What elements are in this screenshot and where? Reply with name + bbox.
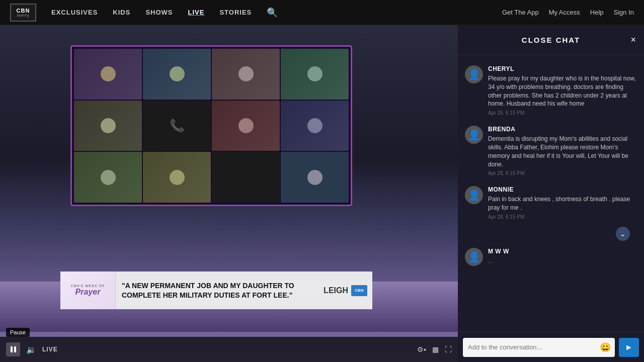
nav-live[interactable]: LIVE: [188, 9, 205, 16]
grid-cell: [212, 101, 280, 151]
header-right: Get The App My Access Help Sign In: [502, 9, 634, 16]
grid-cell: [281, 101, 349, 151]
send-icon: ►: [625, 343, 633, 352]
prayer-logo-top: CBN'S WEEK of: [70, 284, 105, 288]
chat-message: 👤 BRENDA Dementia is disrupting my Mom's…: [458, 121, 644, 181]
avatar: 👤: [465, 126, 483, 144]
lower-name: LEIGH: [324, 286, 348, 295]
grid-cell: [212, 49, 280, 100]
emoji-icon[interactable]: 😀: [600, 342, 611, 353]
chat-username: Monnie: [488, 186, 637, 193]
prayer-logo-main: Prayer: [75, 288, 101, 297]
user-icon: 👤: [468, 68, 480, 80]
chat-time: Apr 28, 6:15 PM: [488, 170, 637, 176]
help-link[interactable]: Help: [590, 9, 604, 16]
chat-message: 👤 m w w ...: [458, 243, 644, 271]
prayer-logo: CBN'S WEEK of Prayer: [60, 272, 116, 309]
chat-time: Apr 28, 6:15 PM: [488, 110, 637, 116]
chat-title: CLOSE CHAT: [522, 36, 580, 44]
chat-username: m w w: [488, 248, 637, 255]
chat-message: 👤 Monnie Pain in back and knees , shortn…: [458, 181, 644, 225]
header: CBN family EXCLUSIVES KIDS SHOWS LIVE ST…: [0, 0, 644, 25]
nav-shows[interactable]: SHOWS: [145, 9, 173, 16]
chat-content: Cheryl Please pray for my daughter who i…: [488, 65, 637, 116]
get-app-link[interactable]: Get The App: [502, 9, 539, 16]
avatar: 👤: [465, 186, 483, 204]
logo-box: CBN family: [10, 4, 36, 22]
video-panel: 📞 CBN'S WEEK of Prayer "A NEW PERMANENT …: [0, 25, 458, 362]
close-chat-button[interactable]: ×: [630, 35, 636, 45]
chat-panel: CLOSE CHAT × 👤 Cheryl Please pray for my…: [458, 25, 644, 362]
lower-name-area: LEIGH CBN: [324, 285, 372, 296]
grid-cell: [143, 152, 211, 203]
grid-cell-call: [212, 152, 280, 203]
chat-text: ...: [488, 257, 637, 265]
pip-button[interactable]: ▩: [432, 345, 439, 353]
volume-button[interactable]: 🔉: [26, 345, 36, 354]
nav-stories[interactable]: STORIES: [219, 9, 252, 16]
send-button[interactable]: ►: [619, 338, 639, 357]
nav-exclusives[interactable]: EXCLUSIVES: [51, 9, 98, 16]
live-badge: LIVE: [42, 346, 58, 353]
grid-cell: [143, 49, 211, 100]
grid-cell-call: 📞: [143, 101, 211, 151]
chat-message: 👤 Cheryl Please pray for my daughter who…: [458, 60, 644, 121]
main-content: 📞 CBN'S WEEK of Prayer "A NEW PERMANENT …: [0, 25, 644, 362]
chat-messages: 👤 Cheryl Please pray for my daughter who…: [458, 55, 644, 332]
pause-button[interactable]: [6, 342, 20, 356]
grid-cell: [74, 101, 142, 151]
sign-in-link[interactable]: Sign In: [614, 9, 634, 16]
my-access-link[interactable]: My Access: [549, 9, 580, 16]
chat-content: Monnie Pain in back and knees , shortnes…: [488, 186, 637, 220]
chat-username: Cheryl: [488, 65, 637, 72]
chat-username: BRENDA: [488, 126, 637, 133]
grid-cell: [281, 152, 349, 203]
video-call-screen: 📞: [70, 45, 352, 206]
pause-tooltip: Pause: [6, 328, 30, 337]
grid-cell: [74, 49, 142, 100]
lower-third: CBN'S WEEK of Prayer "A NEW PERMANENT JO…: [60, 272, 372, 309]
logo-cbn: CBN: [17, 8, 30, 14]
avatar: 👤: [465, 248, 483, 266]
chat-text: Please pray for my daughter who is in th…: [488, 74, 637, 108]
lower-third-text: "A NEW PERMANENT JOB AND MY DAUGHTER TO …: [116, 277, 324, 303]
cbn-badge: CBN: [351, 285, 367, 296]
chat-input-wrapper: 😀: [463, 338, 615, 357]
cbn-badge-text: CBN: [355, 288, 363, 293]
chat-text: Dementia is disrupting my Mom's abilitie…: [488, 135, 637, 168]
logo-family: family: [17, 14, 29, 17]
video-placeholder: 📞 CBN'S WEEK of Prayer "A NEW PERMANENT …: [0, 25, 458, 362]
user-icon: 👤: [468, 129, 480, 141]
chat-text: Pain in back and knees , shortness of br…: [488, 195, 637, 212]
chat-input-area: 😀 ►: [458, 332, 644, 362]
user-icon: 👤: [468, 251, 480, 263]
grid-cell: [281, 49, 349, 100]
chat-content: BRENDA Dementia is disrupting my Mom's a…: [488, 126, 637, 176]
search-icon[interactable]: 🔍: [267, 7, 278, 18]
user-icon: 👤: [468, 189, 480, 201]
nav-kids[interactable]: KIDS: [113, 9, 130, 16]
chat-time: Apr 28, 6:15 PM: [488, 214, 637, 220]
scroll-down-button[interactable]: ⌄: [616, 227, 630, 241]
chat-input[interactable]: [463, 338, 615, 357]
video-controls: 🔉 LIVE ⚙▪ ▩ ⛶: [0, 337, 458, 362]
main-nav: EXCLUSIVES KIDS SHOWS LIVE STORIES 🔍: [51, 7, 502, 18]
grid-cell: [74, 152, 142, 203]
logo-area[interactable]: CBN family: [10, 4, 36, 22]
fullscreen-button[interactable]: ⛶: [445, 345, 452, 353]
chat-content: m w w ...: [488, 248, 637, 265]
avatar: 👤: [465, 65, 483, 83]
settings-button[interactable]: ⚙▪: [417, 345, 426, 353]
chat-header: CLOSE CHAT ×: [458, 25, 644, 55]
